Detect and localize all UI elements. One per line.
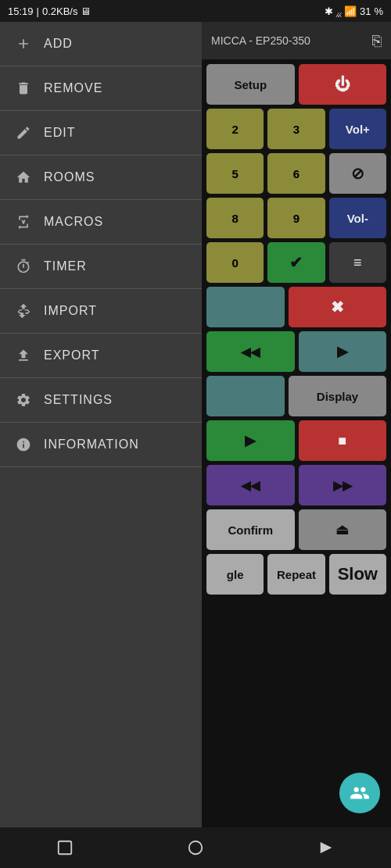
btn-row-2: 2 3 Vol+ xyxy=(206,109,386,149)
copy-icon[interactable]: ⎘ xyxy=(372,32,382,50)
signal-icon: ⁁⁁ xyxy=(336,5,341,17)
mute-button[interactable]: ⊘ xyxy=(329,153,386,194)
network-speed: | xyxy=(37,5,39,17)
sidebar-item-import[interactable]: IMPORT xyxy=(0,289,202,334)
svg-rect-0 xyxy=(59,841,72,855)
sidebar-label-settings: SETTINGS xyxy=(44,393,113,407)
sidebar-label-add: ADD xyxy=(44,37,73,51)
button-grid: Setup ⏻ 2 3 Vol+ 5 6 ⊘ 8 9 Vol- xyxy=(202,59,391,827)
home-nav-button[interactable] xyxy=(177,829,214,866)
display-button[interactable]: Display xyxy=(289,376,386,416)
btn-row-9: ▶ ■ xyxy=(206,420,386,461)
screen-icon: 🖥 xyxy=(81,5,91,17)
sidebar-item-add[interactable]: ADD xyxy=(0,22,202,66)
menu-button[interactable]: ≡ xyxy=(329,242,386,283)
main-layout: ADD REMOVE EDIT ROOMS MACROS xyxy=(0,22,391,827)
wifi-icon: 📶 xyxy=(344,5,357,17)
timer-icon xyxy=(14,257,33,276)
rewind2-button[interactable]: ◀◀ xyxy=(206,465,295,505)
nav-bar xyxy=(0,827,391,868)
btn-row-11: Confirm ⏏ xyxy=(206,509,386,550)
gear-icon xyxy=(14,391,33,409)
sidebar-label-remove: REMOVE xyxy=(44,81,102,95)
rewind-button[interactable]: ◀◀ xyxy=(206,331,295,372)
sidebar-item-information[interactable]: INFORMATION xyxy=(0,423,202,467)
bluetooth-icon: ✱ xyxy=(325,5,333,17)
back-button[interactable] xyxy=(307,829,345,866)
close-button[interactable]: ✖ xyxy=(289,287,386,327)
plus-icon xyxy=(14,34,33,53)
power-button[interactable]: ⏻ xyxy=(299,64,387,105)
battery-level: 31 xyxy=(360,5,371,17)
slow-button[interactable]: Slow xyxy=(329,554,386,595)
play-small-button[interactable]: ▶ xyxy=(299,331,387,372)
btn-row-12: gle Repeat Slow xyxy=(206,554,386,595)
battery-icon: % xyxy=(374,5,383,17)
time-display: 15:19 xyxy=(8,5,34,17)
btn-row-5: 0 ✔ ≡ xyxy=(206,242,386,283)
remote-header: MICCA - EP250-350 ⎘ xyxy=(202,22,391,59)
sidebar-label-macros: MACROS xyxy=(44,215,103,229)
status-left: 15:19 | 0.2KB/s 🖥 xyxy=(8,5,91,17)
num6-button[interactable]: 6 xyxy=(267,153,325,194)
sidebar-item-macros[interactable]: MACROS xyxy=(0,200,202,245)
edit-icon xyxy=(14,123,33,142)
btn-row-1: Setup ⏻ xyxy=(206,64,386,105)
vol-minus-button[interactable]: Vol- xyxy=(329,198,386,238)
sidebar-item-remove[interactable]: REMOVE xyxy=(0,66,202,111)
vol-plus-button[interactable]: Vol+ xyxy=(329,109,386,149)
macro-icon xyxy=(14,213,33,231)
sidebar-item-rooms[interactable]: ROOMS xyxy=(0,155,202,200)
num5-button[interactable]: 5 xyxy=(206,153,264,194)
sidebar: ADD REMOVE EDIT ROOMS MACROS xyxy=(0,22,202,827)
teal-left-button[interactable] xyxy=(206,287,285,327)
status-right: ✱ ⁁⁁ 📶 31 % xyxy=(325,5,383,17)
btn-row-10: ◀◀ ▶▶ xyxy=(206,465,386,505)
btn-row-7: ◀◀ ▶ xyxy=(206,331,386,372)
sidebar-item-export[interactable]: EXPORT xyxy=(0,334,202,378)
num2-button[interactable]: 2 xyxy=(206,109,264,149)
btn-row-8: Display xyxy=(206,376,386,416)
num9-button[interactable]: 9 xyxy=(267,198,325,238)
sidebar-item-settings[interactable]: SETTINGS xyxy=(0,378,202,423)
num8-button[interactable]: 8 xyxy=(206,198,264,238)
num3-button[interactable]: 3 xyxy=(267,109,325,149)
home-icon xyxy=(14,168,33,187)
gle-button[interactable]: gle xyxy=(206,554,264,595)
teal-mid-button[interactable] xyxy=(206,376,285,416)
user-group-icon xyxy=(350,783,370,803)
remove-icon xyxy=(14,79,33,98)
data-speed: 0.2KB/s xyxy=(42,5,78,17)
svg-marker-2 xyxy=(320,842,332,854)
remote-panel: MICCA - EP250-350 ⎘ Setup ⏻ 2 3 Vol+ 5 6… xyxy=(202,22,391,827)
confirm-button[interactable]: Confirm xyxy=(206,509,295,550)
svg-point-1 xyxy=(189,841,203,855)
sidebar-label-import: IMPORT xyxy=(44,304,97,318)
eject-button[interactable]: ⏏ xyxy=(299,509,387,550)
sidebar-label-information: INFORMATION xyxy=(44,438,139,452)
sidebar-item-edit[interactable]: EDIT xyxy=(0,111,202,155)
stop-button[interactable]: ■ xyxy=(299,420,387,461)
num0-button[interactable]: 0 xyxy=(206,242,264,283)
recent-button[interactable] xyxy=(46,829,84,866)
btn-row-4: 8 9 Vol- xyxy=(206,198,386,238)
sidebar-label-export: EXPORT xyxy=(44,348,100,363)
btn-row-3: 5 6 ⊘ xyxy=(206,153,386,194)
sidebar-item-timer[interactable]: TIMER xyxy=(0,245,202,289)
sidebar-label-timer: TIMER xyxy=(44,259,87,273)
repeat-button[interactable]: Repeat xyxy=(267,554,325,595)
export-icon xyxy=(14,346,33,365)
setup-button[interactable]: Setup xyxy=(206,64,295,105)
info-icon xyxy=(14,435,33,454)
play-button[interactable]: ▶ xyxy=(206,420,295,461)
import-icon xyxy=(14,302,33,320)
sidebar-label-edit: EDIT xyxy=(44,126,75,140)
confirm-check-button[interactable]: ✔ xyxy=(267,242,325,283)
btn-row-6: ✖ xyxy=(206,287,386,327)
fastforward-button[interactable]: ▶▶ xyxy=(299,465,387,505)
status-bar: 15:19 | 0.2KB/s 🖥 ✱ ⁁⁁ 📶 31 % xyxy=(0,0,391,22)
sidebar-label-rooms: ROOMS xyxy=(44,170,95,184)
fab-button[interactable] xyxy=(339,773,380,813)
remote-title: MICCA - EP250-350 xyxy=(211,34,310,47)
